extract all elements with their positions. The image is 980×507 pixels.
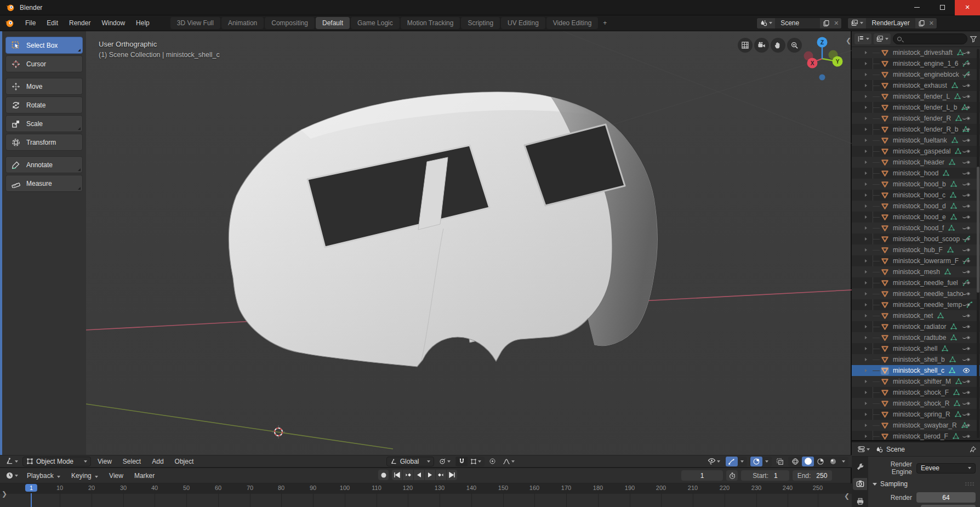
object-name[interactable]: ministock_hood_c (893, 191, 945, 199)
menu-marker[interactable]: Marker (130, 471, 159, 481)
visibility-toggle-icon[interactable] (962, 400, 970, 407)
mesh-object-icon[interactable] (881, 115, 889, 123)
menu-select[interactable]: Select (118, 457, 145, 466)
mesh-object-icon[interactable] (881, 71, 889, 79)
workspace-tab[interactable]: Video Editing (546, 17, 599, 29)
expand-arrow-icon[interactable] (865, 150, 867, 153)
visibility-toggle-icon[interactable] (962, 180, 970, 188)
workspace-tab[interactable]: Game Logic (351, 17, 400, 29)
visibility-toggle-icon[interactable] (962, 235, 970, 243)
camera-dot[interactable] (819, 75, 825, 81)
mesh-object-icon[interactable] (881, 246, 889, 254)
object-name[interactable]: ministock_radtube (893, 334, 946, 341)
tool-rotate[interactable]: Rotate (5, 96, 83, 113)
outliner-row[interactable]: ministock_swaybar_R (852, 420, 980, 431)
expand-arrow-icon[interactable] (865, 270, 867, 274)
unlink-scene-icon[interactable]: ✕ (834, 20, 839, 27)
expand-arrow-icon[interactable] (865, 226, 867, 230)
object-name[interactable]: ministock_lowerarm_F (893, 257, 959, 265)
expand-arrow-icon[interactable] (865, 347, 867, 350)
tool-scale[interactable]: Scale (5, 115, 83, 132)
expand-arrow-icon[interactable] (865, 172, 867, 175)
visibility-toggle-icon[interactable] (962, 60, 970, 67)
mesh-object-icon[interactable] (881, 191, 889, 200)
expand-arrow-icon[interactable] (865, 259, 867, 263)
tool-annotate[interactable]: Annotate (5, 156, 83, 173)
close-button[interactable]: ✕ (955, 0, 980, 15)
object-name[interactable]: ministock_exhaust (893, 82, 947, 89)
expand-arrow-icon[interactable] (865, 139, 867, 142)
tool-move[interactable]: Move (5, 78, 83, 95)
play-button[interactable] (425, 470, 435, 480)
mesh-object-icon[interactable] (881, 378, 889, 386)
visibility-toggle-icon[interactable] (962, 104, 970, 111)
outliner-row[interactable]: ministock_hood_c (852, 190, 980, 201)
mesh-object-icon[interactable] (881, 268, 889, 276)
workspace-tab[interactable]: UV Editing (501, 17, 545, 29)
menu-item[interactable]: Edit (41, 17, 64, 29)
mesh-object-icon[interactable] (881, 126, 889, 134)
mesh-object-icon[interactable] (881, 147, 889, 156)
tab-render[interactable] (853, 478, 867, 489)
object-name[interactable]: ministock_gaspedal (893, 147, 950, 155)
expand-arrow-icon[interactable] (865, 281, 867, 284)
object-name[interactable]: ministock_fender_R_b (893, 126, 958, 133)
blender-menu-icon[interactable] (4, 18, 14, 28)
outliner-row[interactable]: ministock_shock_F (852, 387, 980, 398)
expand-arrow-icon[interactable] (865, 336, 867, 339)
playhead-frame-label[interactable]: 1 (25, 484, 37, 492)
mesh-object-icon[interactable] (881, 334, 889, 342)
object-name[interactable]: ministock_driveshaft (893, 49, 953, 56)
remove-layer-icon[interactable]: ✕ (929, 20, 934, 27)
object-name[interactable]: ministock_fender_R (893, 115, 951, 122)
object-name[interactable]: ministock_radiator (893, 323, 946, 331)
outliner-row[interactable]: ministock_net (852, 310, 980, 321)
camera-view-button[interactable] (754, 38, 769, 53)
object-name[interactable]: ministock_shock_F (893, 389, 949, 396)
scene-selector[interactable]: Scene ✕ (756, 18, 842, 29)
visibility-toggle-icon[interactable] (962, 323, 970, 331)
outliner-row[interactable]: ministock_fender_R_b (852, 124, 980, 135)
tool-measure[interactable]: Measure (5, 175, 83, 192)
expand-arrow-icon[interactable] (865, 248, 867, 252)
expand-arrow-icon[interactable] (865, 435, 867, 438)
previous-keyframe-button[interactable] (403, 470, 413, 480)
expand-arrow-icon[interactable] (865, 95, 867, 98)
shading-wireframe-button[interactable] (789, 457, 801, 466)
object-name[interactable]: ministock_hood_f (893, 224, 944, 232)
menu-item[interactable]: Render (64, 17, 96, 29)
visibility-toggle-icon[interactable] (962, 115, 970, 122)
viewport-3d[interactable]: Select Box Cursor Move Rotate Scale Tran… (0, 31, 852, 467)
outliner-search[interactable] (893, 33, 967, 44)
tool-transform[interactable]: Transform (5, 134, 83, 151)
visibility-toggle-icon[interactable] (962, 246, 970, 254)
outliner-row[interactable]: ministock_needle_temp (852, 299, 980, 310)
object-name[interactable]: ministock_needle_fuel (893, 279, 958, 287)
workspace-tab[interactable]: Scripting (461, 17, 500, 29)
add-workspace-button[interactable]: + (598, 18, 612, 29)
object-name[interactable]: ministock_hood_b (893, 180, 946, 188)
outliner-row[interactable]: ministock_hood_e (852, 212, 980, 223)
gizmos-dropdown[interactable] (738, 457, 746, 466)
mesh-object-icon[interactable] (881, 213, 889, 221)
snap-toggle[interactable] (456, 457, 468, 466)
outliner-row[interactable]: ministock_lowerarm_F (852, 255, 980, 266)
outliner-row[interactable]: ministock_hood_d (852, 201, 980, 212)
editor-type-button[interactable] (855, 445, 872, 454)
visibility-toggle-icon[interactable] (962, 147, 970, 155)
workspace-tab[interactable]: Compositing (265, 17, 315, 29)
expand-arrow-icon[interactable] (865, 73, 867, 76)
tab-output[interactable] (853, 495, 867, 507)
drag-dots-icon[interactable] (965, 482, 975, 486)
expand-arrow-icon[interactable] (865, 402, 867, 405)
visibility-toggle-icon[interactable] (962, 126, 970, 133)
object-name[interactable]: ministock_engine_1_6 (893, 60, 958, 67)
next-keyframe-button[interactable] (436, 470, 446, 480)
visibility-toggle-icon[interactable] (962, 301, 970, 309)
pan-view-button[interactable] (771, 38, 785, 53)
menu-item[interactable]: Help (130, 17, 155, 29)
mesh-object-icon[interactable] (881, 367, 889, 375)
visibility-toggle-icon[interactable] (962, 136, 970, 144)
object-name[interactable]: ministock_hood (893, 169, 938, 177)
mesh-object-icon[interactable] (881, 93, 889, 101)
